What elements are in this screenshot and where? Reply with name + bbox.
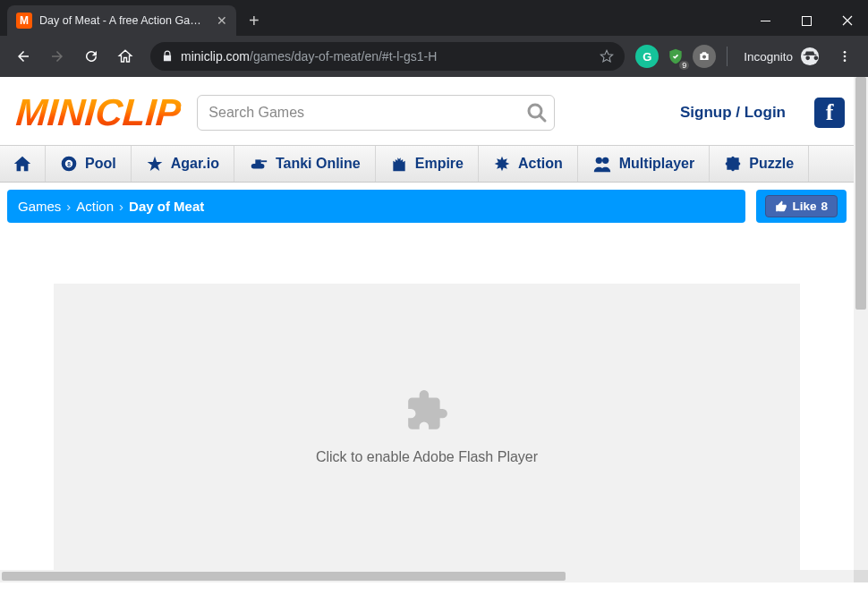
svg-point-2 — [702, 55, 706, 59]
castle-icon — [390, 155, 408, 173]
url-text: miniclip.com/games/day-of-meat/en/#t-l-g… — [181, 49, 437, 64]
svg-rect-1 — [802, 16, 811, 25]
close-tab-icon[interactable]: ✕ — [217, 13, 227, 28]
svg-rect-0 — [761, 21, 770, 21]
nav-label: Puzzle — [749, 156, 794, 172]
svg-rect-4 — [804, 55, 817, 55]
nav-label: Tanki Online — [276, 156, 361, 172]
nav-empire[interactable]: Empire — [376, 146, 479, 182]
tab-favicon: M — [16, 13, 32, 29]
nav-home[interactable] — [0, 146, 46, 182]
miniclip-logo[interactable]: MINICLIP — [14, 91, 183, 134]
facebook-like-button[interactable]: Like 8 — [765, 195, 838, 217]
main-nav: 8 Pool Agar.io Tanki Online Empire Actio… — [0, 145, 854, 183]
burst-icon — [493, 155, 511, 173]
scroll-corner — [854, 570, 868, 582]
breadcrumb-games[interactable]: Games — [18, 199, 61, 214]
nav-label: Multiplayer — [619, 156, 694, 172]
scrollbar-thumb[interactable] — [855, 77, 866, 310]
scrollbar-thumb[interactable] — [2, 572, 566, 581]
nav-agar[interactable]: Agar.io — [132, 146, 234, 182]
extension-grammarly-icon[interactable]: G — [635, 45, 659, 68]
svg-rect-14 — [255, 159, 260, 164]
svg-line-9 — [540, 115, 545, 121]
nav-pool[interactable]: 8 Pool — [46, 146, 132, 182]
people-icon — [592, 155, 612, 173]
like-label: Like — [792, 200, 816, 213]
nav-label: Action — [518, 156, 563, 172]
svg-point-17 — [602, 157, 608, 164]
svg-point-7 — [844, 59, 847, 62]
breadcrumb-sep: › — [119, 199, 123, 214]
search-input[interactable] — [197, 95, 555, 131]
breadcrumb: Games › Action › Day of Meat — [7, 190, 745, 223]
like-box: Like 8 — [756, 190, 847, 223]
nav-puzzle[interactable]: Puzzle — [710, 146, 809, 182]
breadcrumb-row: Games › Action › Day of Meat Like 8 — [0, 183, 854, 230]
horizontal-scrollbar[interactable] — [0, 570, 854, 582]
address-bar: miniclip.com/games/day-of-meat/en/#t-l-g… — [0, 36, 868, 77]
tab-title: Day of Meat - A free Action Gam… — [39, 14, 209, 27]
incognito-icon — [800, 47, 820, 66]
incognito-label: Incognito — [744, 50, 793, 64]
menu-button[interactable] — [830, 42, 859, 71]
star-icon[interactable] — [600, 49, 614, 64]
flash-player-placeholder[interactable]: Click to enable Adobe Flash Player — [54, 284, 800, 570]
vertical-scrollbar[interactable] — [854, 77, 868, 570]
nav-label: Pool — [85, 156, 116, 172]
extension-badge: 9 — [679, 61, 689, 70]
puzzle-icon — [724, 155, 742, 173]
svg-text:8: 8 — [67, 161, 71, 167]
maximize-button[interactable] — [786, 5, 827, 36]
reload-button[interactable] — [77, 42, 106, 71]
search-icon — [526, 102, 548, 123]
flash-message: Click to enable Adobe Flash Player — [316, 449, 538, 465]
extension-shield-icon[interactable]: 9 — [664, 45, 687, 68]
lock-icon — [161, 50, 174, 63]
svg-point-16 — [595, 157, 601, 164]
page-viewport: MINICLIP Signup / Login f 8 Pool Agar.io — [0, 77, 868, 582]
facebook-button[interactable]: f — [814, 98, 845, 128]
close-window-button[interactable] — [827, 5, 868, 36]
signup-login-link[interactable]: Signup / Login — [680, 104, 786, 122]
site-header: MINICLIP Signup / Login f — [0, 77, 854, 145]
incognito-indicator[interactable]: Incognito — [744, 47, 820, 66]
search-button[interactable] — [524, 100, 549, 125]
breadcrumb-action[interactable]: Action — [76, 199, 114, 214]
back-button[interactable] — [9, 42, 38, 71]
plugin-puzzle-icon — [404, 388, 449, 433]
nav-multiplayer[interactable]: Multiplayer — [578, 146, 710, 182]
pool-icon: 8 — [60, 155, 78, 173]
browser-chrome: M Day of Meat - A free Action Gam… ✕ + — [0, 0, 868, 77]
browser-tab[interactable]: M Day of Meat - A free Action Gam… ✕ — [7, 5, 236, 36]
separator — [727, 47, 728, 66]
tab-bar: M Day of Meat - A free Action Gam… ✕ + — [0, 0, 868, 36]
nav-tanki[interactable]: Tanki Online — [234, 146, 376, 182]
extension-camera-icon[interactable] — [693, 45, 716, 68]
tank-icon — [249, 155, 268, 173]
breadcrumb-sep: › — [66, 199, 71, 214]
search-wrap — [197, 95, 555, 131]
home-button[interactable] — [111, 42, 140, 71]
svg-point-6 — [844, 55, 847, 58]
nav-label: Agar.io — [171, 156, 219, 172]
nav-action[interactable]: Action — [479, 146, 578, 182]
svg-point-5 — [844, 51, 847, 54]
home-icon — [13, 154, 32, 174]
thumbs-up-icon — [775, 200, 787, 213]
nav-label: Empire — [415, 156, 464, 172]
url-input[interactable]: miniclip.com/games/day-of-meat/en/#t-l-g… — [150, 42, 625, 71]
new-tab-button[interactable]: + — [249, 11, 260, 31]
minimize-button[interactable] — [745, 5, 786, 36]
svg-rect-13 — [251, 164, 265, 169]
star-icon — [146, 155, 164, 173]
svg-rect-15 — [261, 160, 267, 162]
forward-button[interactable] — [43, 42, 72, 71]
window-controls — [745, 5, 868, 36]
like-count: 8 — [821, 200, 828, 213]
breadcrumb-current: Day of Meat — [129, 199, 204, 214]
